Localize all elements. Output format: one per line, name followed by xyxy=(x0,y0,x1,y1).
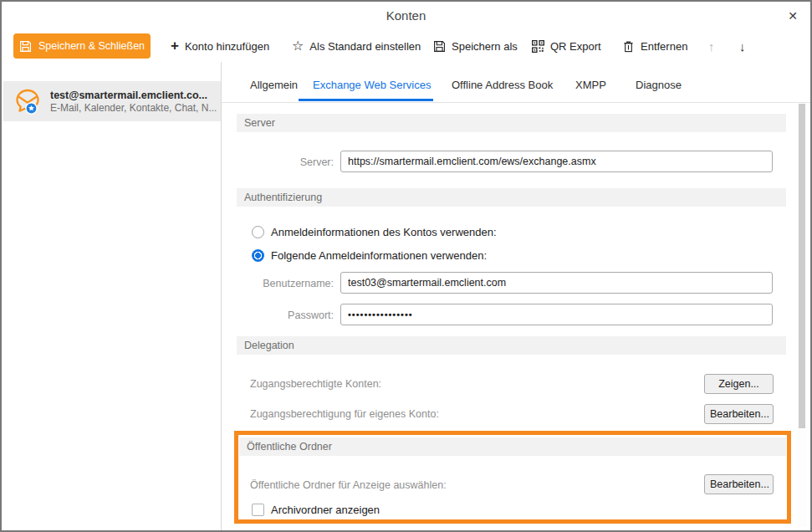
close-icon[interactable]: ✕ xyxy=(784,7,802,25)
emclient-account-icon xyxy=(13,87,42,115)
save-close-label: Speichern & Schließen xyxy=(38,40,145,52)
save-as-icon xyxy=(433,40,446,53)
public-folders-section-header: Öffentliche Ordner xyxy=(239,437,786,456)
tab-bottom-border xyxy=(222,102,810,103)
radio-use-account-credentials[interactable]: Anmeldeinformationen des Kontos verwende… xyxy=(252,226,497,238)
tab-allgemein[interactable]: Allgemein xyxy=(250,79,298,91)
server-section-header: Server xyxy=(237,114,786,132)
password-input[interactable] xyxy=(340,304,773,325)
tab-offline-address-book[interactable]: Offline Address Book xyxy=(452,79,553,91)
password-label: Passwort: xyxy=(237,309,334,321)
account-title: test@smartermail.emclient.co... xyxy=(50,90,217,101)
edit-access-button[interactable]: Bearbeiten... xyxy=(704,404,774,424)
titlebar: Konten ✕ xyxy=(2,2,810,28)
radio-use-custom-credentials[interactable]: Folgende Anmeldeinformationen verwenden: xyxy=(252,249,487,262)
archive-folder-checkbox-row[interactable]: Archivordner anzeigen xyxy=(252,504,380,516)
tab-diagnose[interactable]: Diagnose xyxy=(636,79,682,91)
accounts-dialog: Konten ✕ Speichern & Schließen + Konto h… xyxy=(0,0,812,532)
qr-code-icon xyxy=(532,40,544,53)
plus-icon: + xyxy=(171,38,179,53)
remove-button[interactable]: Entfernen xyxy=(619,35,691,57)
radio-use-account-label: Anmeldeinformationen des Kontos verwende… xyxy=(271,226,497,238)
scrollbar-thumb[interactable] xyxy=(799,104,805,428)
radio-use-custom-label: Folgende Anmeldeinformationen verwenden: xyxy=(271,249,487,262)
trash-icon xyxy=(622,40,635,53)
qr-export-button[interactable]: QR Export xyxy=(529,35,605,57)
tab-exchange-web-services[interactable]: Exchange Web Services xyxy=(313,79,431,91)
save-as-label: Speichern als xyxy=(452,40,518,53)
set-default-label: Als Standard einstellen xyxy=(309,40,421,53)
radio-off-icon xyxy=(252,226,264,238)
set-default-button[interactable]: ☆ Als Standard einstellen xyxy=(289,35,424,57)
account-subtitle: E-Mail, Kalender, Kontakte, Chat, N... xyxy=(50,102,217,114)
server-label: Server: xyxy=(237,156,334,168)
show-button[interactable]: Zeigen... xyxy=(704,374,774,394)
sidebar-account-item[interactable]: test@smartermail.emclient.co... E-Mail, … xyxy=(3,81,221,121)
username-input[interactable] xyxy=(340,272,773,294)
save-icon xyxy=(19,40,32,53)
move-down-icon[interactable]: ↓ xyxy=(736,35,749,57)
username-label: Benutzername: xyxy=(237,278,334,289)
auth-section-header: Authentifizierung xyxy=(237,188,786,207)
move-up-icon[interactable]: ↑ xyxy=(705,35,718,57)
sidebar-divider xyxy=(221,62,222,532)
qr-export-label: QR Export xyxy=(550,40,601,53)
save-as-button[interactable]: Speichern als xyxy=(430,35,521,57)
delegated-accounts-label: Zugangsberechtigte Konten: xyxy=(250,378,381,390)
delegation-section-header: Delegation xyxy=(237,336,786,355)
server-input[interactable] xyxy=(340,151,773,172)
add-account-label: Konto hinzufügen xyxy=(185,40,269,53)
star-icon: ☆ xyxy=(292,39,304,53)
archive-folder-checkbox-label: Archivordner anzeigen xyxy=(271,504,380,516)
remove-label: Entfernen xyxy=(641,40,687,53)
active-tab-underline xyxy=(299,99,433,101)
save-close-button[interactable]: Speichern & Schließen xyxy=(13,33,151,59)
radio-on-icon xyxy=(252,249,264,262)
window-title: Konten xyxy=(2,8,810,23)
edit-public-folders-button[interactable]: Bearbeiten... xyxy=(704,474,774,494)
checkbox-unchecked-icon xyxy=(252,504,264,516)
add-account-button[interactable]: + Konto hinzufügen xyxy=(167,35,273,57)
toolbar: Speichern & Schließen + Konto hinzufügen… xyxy=(2,30,810,62)
own-account-access-label: Zugangsberechtigung für eigenes Konto: xyxy=(250,408,439,420)
tab-xmpp[interactable]: XMPP xyxy=(575,79,606,91)
public-folders-select-label: Öffentliche Ordner für Anzeige auswählen… xyxy=(250,479,447,491)
